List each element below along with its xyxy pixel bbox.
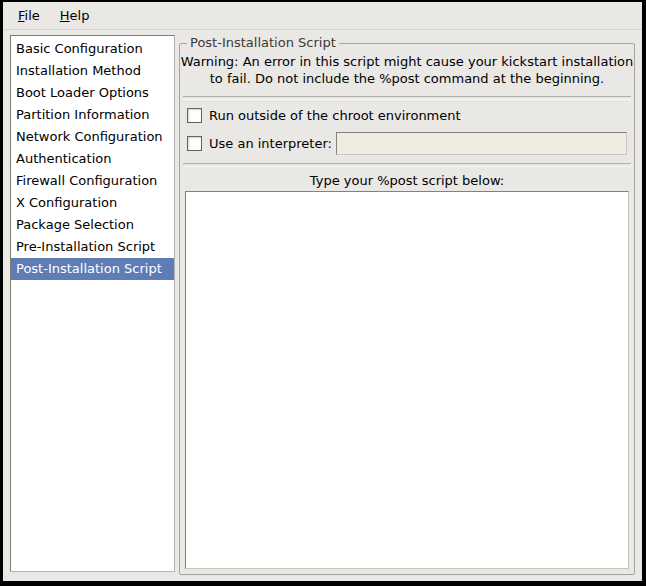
sidebar-item-installation-method[interactable]: Installation Method [11,60,174,82]
sidebar-item-x-configuration[interactable]: X Configuration [11,192,174,214]
menu-help-label: elp [70,8,90,23]
menu-help-accel: H [60,8,70,23]
warning-line-1: Warning: An error in this script might c… [180,53,634,70]
menu-help[interactable]: Help [50,4,100,27]
separator [183,96,631,100]
chroot-option-row: Run outside of the chroot environment [187,106,627,124]
script-area-frame [185,191,629,569]
warning-label: Warning: An error in this script might c… [180,53,634,87]
sidebar-item-package-selection[interactable]: Package Selection [11,214,174,236]
interpreter-option-row: Use an interpreter: [187,131,627,156]
sidebar-item-authentication[interactable]: Authentication [11,148,174,170]
chroot-checkbox-label: Run outside of the chroot environment [209,108,461,123]
sidebar-item-pre-installation-script[interactable]: Pre-Installation Script [11,236,174,258]
kickstart-configurator-window: File Help Basic Configuration Installati… [0,0,646,586]
warning-line-2: to fail. Do not include the %post comman… [180,70,634,87]
post-installation-frame: Post-Installation Script Warning: An err… [179,43,635,575]
separator [183,163,631,167]
sidebar-item-partition-information[interactable]: Partition Information [11,104,174,126]
sidebar-item-boot-loader-options[interactable]: Boot Loader Options [11,82,174,104]
menu-bar: File Help [3,2,642,30]
menu-file[interactable]: File [8,4,50,27]
interpreter-input[interactable] [336,132,627,155]
sidebar-item-network-configuration[interactable]: Network Configuration [11,126,174,148]
section-list: Basic Configuration Installation Method … [10,35,175,572]
chroot-checkbox[interactable] [187,108,202,123]
frame-title: Post-Installation Script [187,35,339,50]
menu-file-label: ile [25,8,40,23]
sidebar-item-post-installation-script[interactable]: Post-Installation Script [11,258,174,280]
script-area-label: Type your %post script below: [180,173,634,188]
interpreter-checkbox-label: Use an interpreter: [209,136,332,151]
post-script-textarea[interactable] [188,194,626,566]
interpreter-checkbox[interactable] [187,136,202,151]
sidebar-item-firewall-configuration[interactable]: Firewall Configuration [11,170,174,192]
sidebar-item-basic-configuration[interactable]: Basic Configuration [11,38,174,60]
